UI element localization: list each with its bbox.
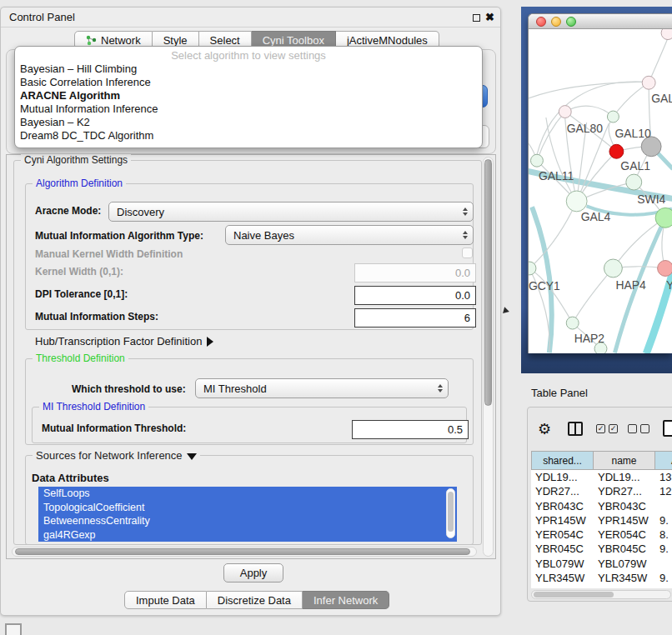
network-edge[interactable]: [537, 82, 642, 155]
column-header[interactable]: name: [594, 451, 655, 470]
select-all-columns-icon[interactable]: ✓ ✓: [596, 424, 618, 433]
network-node[interactable]: [642, 76, 655, 89]
network-node[interactable]: [626, 174, 642, 190]
control-panel-titlebar: Control Panel ✖: [1, 8, 500, 28]
mouse-cursor: [503, 307, 510, 315]
column-header[interactable]: shared...: [531, 451, 594, 470]
scrollbar-thumb[interactable]: [15, 548, 470, 555]
table-row[interactable]: YBR045CYBR045C9.: [531, 542, 672, 556]
algorithm-option[interactable]: Bayesian – Hill Climbing: [15, 62, 482, 76]
table-row[interactable]: YDL19...YDL19...13: [531, 470, 672, 484]
data-attributes-list[interactable]: SelfLoopsTopologicalCoefficientBetweenne…: [38, 487, 457, 542]
network-edge[interactable]: [613, 218, 665, 268]
tab-select-label: Select: [210, 34, 240, 47]
network-node-label: HAP4: [615, 278, 646, 292]
network-node-label: HAP2: [574, 332, 605, 345]
attribute-item[interactable]: TopologicalCoefficient: [38, 501, 457, 515]
dpi-tolerance-field[interactable]: 0.0: [354, 286, 476, 305]
algorithm-option[interactable]: Dream8 DC_TDC Algorithm: [15, 129, 482, 142]
network-edge[interactable]: [613, 82, 649, 117]
mi-type-combo[interactable]: Naive Bayes: [225, 225, 474, 245]
network-edge[interactable]: [565, 106, 614, 117]
network-window: GALGAL80GAL10GAL1GAL11SWI4GAL4GCY1HAP4YH…: [528, 13, 672, 353]
gear-icon[interactable]: ⚙: [538, 419, 551, 439]
network-edge[interactable]: [529, 82, 642, 101]
scrollbar-thumb[interactable]: [534, 592, 614, 598]
sources-legend[interactable]: Sources for Network Inference: [33, 449, 200, 462]
deselect-all-columns-icon[interactable]: [628, 424, 649, 433]
table-cell: 9: [655, 585, 672, 588]
network-node[interactable]: [566, 317, 579, 329]
cyni-settings-legend: Cyni Algorithm Settings: [21, 154, 131, 166]
settings-vertical-scrollbar[interactable]: [483, 157, 494, 557]
corner-widget-icon[interactable]: [5, 623, 22, 635]
table-row[interactable]: YBR043CYBR043C: [531, 499, 672, 513]
table-row[interactable]: YPR145WYPR145W9.: [531, 513, 672, 528]
table-cell: YDL19...: [594, 470, 655, 484]
attribute-item[interactable]: gal4RGexp: [38, 528, 457, 542]
hub-definition-toggle[interactable]: Hub/Transcription Factor Definition: [35, 335, 213, 348]
table-cell: YER054C: [531, 528, 594, 542]
mi-threshold-field[interactable]: 0.5: [352, 420, 469, 439]
network-node[interactable]: [530, 154, 543, 167]
close-icon[interactable]: ✖: [485, 11, 494, 23]
algorithm-option[interactable]: ARACNE Algorithm: [15, 89, 482, 102]
table-cell: YBL079W: [594, 557, 655, 571]
manual-kernel-label: Manual Kernel Width Definition: [35, 248, 183, 260]
network-node[interactable]: [661, 29, 672, 40]
network-node[interactable]: [655, 208, 672, 228]
network-edge[interactable]: [649, 38, 668, 83]
network-window-titlebar[interactable]: [529, 14, 672, 29]
table-panel-toolbar: ⚙ ✓ ✓: [528, 419, 672, 441]
column-header[interactable]: A: [655, 451, 672, 470]
tab-discretize-data[interactable]: Discretize Data: [207, 591, 303, 609]
table-columns-icon[interactable]: [568, 422, 583, 436]
table-horizontal-scrollbar[interactable]: [531, 590, 671, 599]
mi-steps-field[interactable]: 6: [354, 308, 476, 328]
zoom-traffic-light[interactable]: [566, 17, 576, 27]
table-cell: YDR27...: [594, 484, 655, 498]
dpi-tolerance-value: 0.0: [455, 289, 470, 302]
aracne-mode-combo[interactable]: Discovery: [108, 202, 474, 222]
network-node[interactable]: [559, 106, 571, 118]
table-row[interactable]: YBL079WYBL079W: [531, 557, 672, 571]
algorithm-option[interactable]: Basic Correlation Inference: [15, 76, 482, 89]
network-canvas[interactable]: GALGAL80GAL10GAL1GAL11SWI4GAL4GCY1HAP4YH…: [529, 29, 672, 353]
attribute-list-scrollbar[interactable]: [446, 488, 455, 538]
table-row[interactable]: YLR345WYLR345W9.: [531, 571, 672, 585]
network-node[interactable]: [566, 191, 587, 212]
float-window-icon[interactable]: [473, 14, 480, 22]
algorithm-option[interactable]: Bayesian – K2: [15, 116, 482, 129]
network-node[interactable]: [658, 261, 672, 277]
table-panel: ⚙ ✓ ✓ shared...nameA YDL19...YDL19...13Y…: [527, 407, 672, 602]
kernel-width-field[interactable]: 0.0: [354, 263, 476, 282]
tab-impute-data[interactable]: Impute Data: [124, 591, 207, 609]
minimize-traffic-light[interactable]: [551, 17, 561, 27]
apply-button[interactable]: Apply: [223, 563, 283, 582]
combo-stepper-icon: [463, 208, 468, 216]
tab-infer-network[interactable]: Infer Network: [303, 591, 389, 609]
settings-horizontal-scrollbar[interactable]: [12, 547, 477, 557]
mi-steps-label: Mutual Information Steps:: [35, 311, 158, 322]
network-node[interactable]: [609, 144, 624, 158]
network-edge[interactable]: [573, 268, 614, 323]
scrollbar-thumb[interactable]: [448, 492, 454, 532]
manual-kernel-checkbox[interactable]: [462, 248, 473, 258]
network-edge[interactable]: [529, 201, 577, 268]
threshold-definition-legend: Threshold Definition: [33, 352, 128, 364]
which-threshold-combo[interactable]: MI Threshold: [195, 378, 449, 398]
document-icon[interactable]: [663, 420, 672, 437]
attribute-item[interactable]: BetweennessCentrality: [38, 514, 457, 528]
attribute-item[interactable]: SelfLoops: [38, 487, 457, 501]
table-row[interactable]: YIL052CYIL052C9: [531, 585, 672, 588]
algorithm-option[interactable]: Mutual Information Inference: [15, 102, 482, 116]
scrollbar-thumb[interactable]: [484, 159, 492, 406]
close-traffic-light[interactable]: [536, 17, 546, 27]
data-attributes-label: Data Attributes: [32, 472, 109, 484]
network-node[interactable]: [607, 111, 619, 122]
network-edge[interactable]: [537, 112, 565, 161]
table-row[interactable]: YER054CYER054C8.: [531, 528, 672, 542]
table-cell: YDL19...: [531, 470, 594, 484]
network-node[interactable]: [604, 259, 622, 278]
table-row[interactable]: YDR27...YDR27...12: [531, 484, 672, 498]
